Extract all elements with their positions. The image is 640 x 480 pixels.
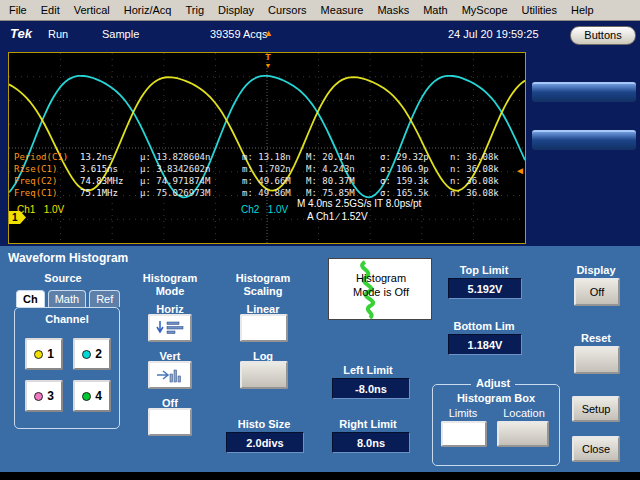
left-limit-value[interactable]: -8.0ns	[332, 378, 410, 399]
bottom-limit-value[interactable]: 1.184V	[448, 334, 522, 355]
menu-help[interactable]: Help	[564, 1, 601, 19]
histogram-mode-label: Histogram Mode	[138, 272, 202, 298]
measurement-value: 3.615ns	[80, 163, 140, 175]
measurement-mean: µ: 75.026973M	[140, 187, 242, 199]
display-label: Display	[560, 264, 632, 277]
right-limit-value[interactable]: 8.0ns	[332, 432, 410, 453]
display-off-button[interactable]: Off	[574, 278, 620, 306]
menu-horizacq[interactable]: Horiz/Acq	[117, 1, 179, 19]
linear-scaling-button[interactable]	[240, 314, 288, 342]
menu-measure[interactable]: Measure	[314, 1, 371, 19]
measurement-min: m: 1.702n	[242, 163, 306, 175]
horiz-mode-button[interactable]	[148, 314, 192, 342]
measurement-max: M: 80.37M	[306, 175, 380, 187]
top-limit-value[interactable]: 5.192V	[448, 278, 522, 299]
tab-math[interactable]: Math	[48, 290, 86, 307]
channel-buttons: 1234	[25, 338, 111, 412]
source-tabs: ChMathRef	[16, 290, 120, 307]
location-button[interactable]	[497, 421, 549, 447]
measurement-label: Period(C1)	[14, 151, 80, 163]
datetime: 24 Jul 20 19:59:25	[448, 28, 539, 40]
tek-logo: Tek	[10, 26, 32, 41]
channel-1-button[interactable]: 1	[25, 338, 63, 370]
channel-1-color-icon	[34, 350, 43, 359]
measurement-count: n: 36.08k	[450, 151, 499, 163]
limits-label: Limits	[437, 407, 489, 420]
menu-bar: FileEditVerticalHoriz/AcqTrigDisplayCurs…	[0, 0, 640, 21]
close-button[interactable]: Close	[572, 436, 620, 462]
channel-number: 2	[95, 347, 102, 361]
menu-file[interactable]: File	[2, 1, 34, 19]
measurement-row: Rise(C1)3.615nsµ: 3.8342602nm: 1.702nM: …	[14, 163, 522, 175]
menu-vertical[interactable]: Vertical	[67, 1, 117, 19]
channel-3-color-icon	[34, 392, 43, 401]
measurement-mean: µ: 13.828604n	[140, 151, 242, 163]
channel-2-button[interactable]: 2	[73, 338, 111, 370]
histogram-message-box: Histogram Mode is Off	[328, 258, 432, 320]
measurement-count: n: 36.08k	[450, 187, 499, 199]
histo-size-value[interactable]: 2.0divs	[226, 432, 304, 453]
ch1-readout: Ch1 1.0V	[17, 204, 64, 215]
adjust-label: Adjust	[471, 377, 515, 389]
tab-ref[interactable]: Ref	[89, 290, 120, 307]
softkey-button-1[interactable]	[532, 82, 636, 102]
menu-utilities[interactable]: Utilities	[515, 1, 564, 19]
measurement-min: m: 13.18n	[242, 151, 306, 163]
vert-mode-icon	[155, 366, 185, 384]
trigger-position-icon: ▲	[264, 28, 273, 38]
panel-title: Waveform Histogram	[8, 251, 128, 265]
menu-masks[interactable]: Masks	[370, 1, 416, 19]
setup-button[interactable]: Setup	[572, 396, 620, 422]
adjust-group: Adjust Histogram Box Limits Location	[432, 384, 560, 466]
measurement-value: 74.83MHz	[80, 175, 140, 187]
channel-number: 4	[95, 389, 102, 403]
buttons-button[interactable]: Buttons	[570, 26, 636, 45]
tab-ch[interactable]: Ch	[16, 290, 45, 307]
run-status: Run	[48, 28, 68, 40]
measurement-max: M: 20.14n	[306, 151, 380, 163]
channel-4-button[interactable]: 4	[73, 380, 111, 412]
histo-size-label: Histo Size	[218, 418, 310, 431]
measurement-row: Freq(C2)74.83MHzµ: 74.971874Mm: 49.66MM:…	[14, 175, 522, 187]
measurement-sigma: σ: 29.32p	[380, 151, 450, 163]
limits-button[interactable]	[441, 421, 487, 447]
softkey-button-2[interactable]	[532, 130, 636, 150]
vert-mode-button[interactable]	[148, 361, 192, 389]
menu-edit[interactable]: Edit	[34, 1, 67, 19]
log-scaling-button[interactable]	[240, 361, 288, 389]
reset-label: Reset	[560, 332, 632, 345]
acquisition-mode: Sample	[102, 28, 139, 40]
location-label: Location	[495, 407, 553, 420]
measurement-row: Period(C1)13.2nsµ: 13.828604nm: 13.18nM:…	[14, 151, 522, 163]
measurement-label: Freq(C2)	[14, 175, 80, 187]
measurement-count: n: 36.08k	[450, 175, 499, 187]
measurement-readout: Period(C1)13.2nsµ: 13.828604nm: 13.18nM:…	[14, 151, 522, 199]
menu-math[interactable]: Math	[416, 1, 454, 19]
histogram-message: Histogram Mode is Off	[329, 271, 433, 299]
channel-label: Channel	[15, 313, 119, 326]
menu-cursors[interactable]: Cursors	[261, 1, 314, 19]
measurement-sigma: σ: 106.9p	[380, 163, 450, 175]
measurement-mean: µ: 74.971874M	[140, 175, 242, 187]
status-bar: Tek Run Sample 39359 Acqs ▲ 24 Jul 20 19…	[0, 21, 640, 48]
menu-display[interactable]: Display	[211, 1, 261, 19]
reset-button[interactable]	[574, 346, 620, 374]
measurement-label: Rise(C1)	[14, 163, 80, 175]
measurement-count: n: 36.08k	[450, 163, 499, 175]
histogram-box-label: Histogram Box	[433, 392, 559, 405]
measurement-value: 13.2ns	[80, 151, 140, 163]
channel-3-button[interactable]: 3	[25, 380, 63, 412]
off-mode-button[interactable]	[148, 408, 192, 436]
trigger-t-marker: T▼	[261, 53, 275, 70]
menu-myscope[interactable]: MyScope	[455, 1, 515, 19]
trigger-readout: A Ch1 ∕ 1.52V	[307, 211, 368, 222]
timebase-readout: M 4.0ns 2.5GS/s IT 8.0ps/pt	[297, 198, 421, 209]
horiz-mode-icon	[155, 319, 185, 337]
menu-trig[interactable]: Trig	[178, 1, 211, 19]
measurement-min: m: 49.66M	[242, 175, 306, 187]
histogram-scaling-label: Histogram Scaling	[228, 272, 298, 298]
source-label: Source	[20, 272, 106, 285]
channel-group: Channel 1234	[14, 307, 120, 429]
measurement-row: Freq(C1)75.1MHzµ: 75.026973Mm: 49.86MM: …	[14, 187, 522, 199]
measurement-sigma: σ: 159.3k	[380, 175, 450, 187]
